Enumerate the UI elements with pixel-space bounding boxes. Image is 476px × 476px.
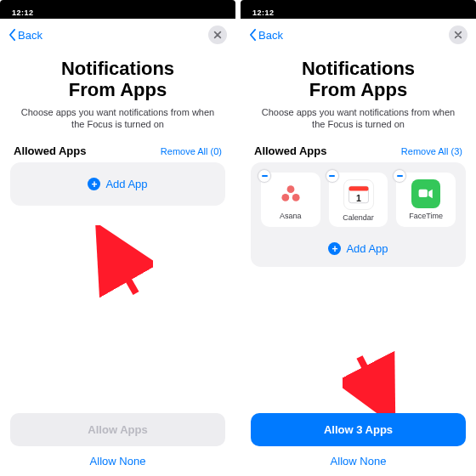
svg-rect-7 — [419, 190, 428, 197]
nav-bar: Back — [0, 19, 235, 48]
allowed-apps-heading: Allowed Apps — [254, 144, 326, 157]
screen-empty-state: 12:12 Back Notifications From Apps Choos… — [0, 0, 235, 476]
status-bar: 12:12 — [241, 0, 476, 19]
calendar-icon: 1 — [343, 179, 374, 210]
back-label: Back — [258, 29, 283, 42]
footer: Allow Apps Allow None — [0, 413, 235, 476]
svg-point-2 — [281, 194, 289, 201]
page-title: Notifications From Apps — [241, 48, 476, 106]
svg-line-8 — [360, 357, 389, 415]
allow-none-button[interactable]: Allow None — [251, 446, 466, 471]
chevron-left-icon — [249, 29, 257, 41]
svg-text:1: 1 — [356, 193, 361, 203]
asana-icon — [276, 179, 305, 208]
svg-line-0 — [102, 234, 136, 293]
allowed-apps-header: Allowed Apps Remove All (0) — [0, 144, 235, 162]
nav-bar: Back — [241, 19, 476, 48]
plus-circle-icon: + — [88, 178, 100, 190]
allow-apps-button: Allow Apps — [10, 413, 225, 446]
svg-point-3 — [292, 194, 300, 201]
page-title: Notifications From Apps — [0, 48, 235, 106]
remove-app-button[interactable] — [326, 169, 339, 183]
remove-app-button[interactable] — [393, 169, 406, 183]
status-bar: 12:12 — [0, 0, 235, 19]
add-app-label: Add App — [105, 178, 147, 190]
close-icon — [454, 31, 462, 39]
plus-circle-icon: + — [328, 242, 341, 255]
app-name: FaceTime — [409, 212, 443, 220]
allowed-apps-heading: Allowed Apps — [14, 144, 86, 157]
status-time: 12:12 — [12, 8, 34, 17]
app-name: Calendar — [343, 213, 374, 222]
screen-apps-selected: 12:12 Back Notifications From Apps Choos… — [241, 0, 476, 476]
add-app-button[interactable]: + Add App — [10, 162, 225, 206]
add-app-label: Add App — [346, 242, 388, 255]
remove-all-button[interactable]: Remove All (3) — [401, 146, 462, 156]
close-button[interactable] — [208, 26, 227, 44]
apps-grid: Asana 1 Calendar — [251, 162, 466, 234]
status-time: 12:12 — [252, 8, 275, 17]
close-button[interactable] — [449, 26, 468, 44]
page-subtitle: Choose apps you want notifications from … — [0, 106, 235, 145]
allowed-apps-header: Allowed Apps Remove All (3) — [241, 144, 476, 162]
app-name: Asana — [280, 212, 302, 220]
close-icon — [213, 31, 222, 39]
allow-apps-button[interactable]: Allow 3 Apps — [251, 413, 466, 446]
chevron-left-icon — [8, 29, 16, 41]
allow-none-button[interactable]: Allow None — [10, 446, 225, 471]
allowed-apps-card: + Add App — [10, 162, 225, 206]
back-label: Back — [18, 29, 42, 42]
facetime-icon — [411, 179, 440, 208]
back-button[interactable]: Back — [249, 29, 283, 42]
add-app-button[interactable]: + Add App — [251, 234, 466, 267]
svg-point-1 — [286, 186, 294, 194]
app-tile-calendar[interactable]: 1 Calendar — [329, 173, 388, 227]
app-tile-facetime[interactable]: FaceTime — [396, 173, 456, 227]
footer: Allow 3 Apps Allow None — [241, 413, 476, 476]
side-by-side: 12:12 Back Notifications From Apps Choos… — [0, 0, 476, 476]
allowed-apps-card: Asana 1 Calendar — [251, 162, 466, 267]
back-button[interactable]: Back — [8, 29, 42, 42]
app-tile-asana[interactable]: Asana — [261, 173, 320, 227]
remove-app-button[interactable] — [258, 169, 271, 183]
pointer-arrow-icon — [76, 225, 153, 302]
page-subtitle: Choose apps you want notifications from … — [241, 106, 476, 145]
svg-rect-5 — [348, 187, 368, 191]
remove-all-button[interactable]: Remove All (0) — [161, 146, 222, 156]
